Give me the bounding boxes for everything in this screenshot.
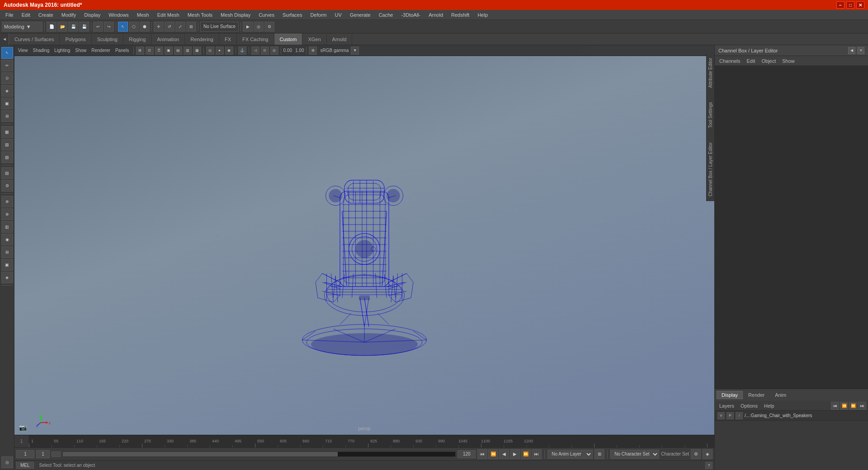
vp-shading-menu[interactable]: Shading bbox=[31, 47, 52, 55]
paint-select-btn[interactable]: ⬢ bbox=[140, 22, 150, 32]
place-tool[interactable]: ⊞ bbox=[1, 110, 13, 122]
menu-mesh-display[interactable]: Mesh Display bbox=[217, 11, 254, 19]
new-scene-btn[interactable]: 📄 bbox=[47, 22, 57, 32]
menu-cache[interactable]: Cache bbox=[375, 11, 397, 19]
shelf-tab-rigging[interactable]: Rigging bbox=[123, 33, 151, 45]
pb-skip-start[interactable]: ⏮ bbox=[477, 449, 487, 459]
vp-lighting-menu[interactable]: Lighting bbox=[52, 47, 72, 55]
vp-icon-8[interactable]: ◎ bbox=[206, 47, 214, 55]
layers-menu-layers[interactable]: Layers bbox=[717, 402, 737, 409]
shelf-tab-sculpting[interactable]: Sculpting bbox=[92, 33, 123, 45]
cb-show-menu[interactable]: Show bbox=[779, 57, 797, 65]
vp-show-menu[interactable]: Show bbox=[73, 47, 88, 55]
shelf-tab-arnold[interactable]: Arnold bbox=[327, 33, 353, 45]
char-set-dropdown[interactable]: No Character Set bbox=[610, 450, 659, 459]
anim-layer-btn[interactable]: ⊞ bbox=[594, 449, 604, 459]
menu-surfaces[interactable]: Surfaces bbox=[279, 11, 306, 19]
minimize-button[interactable]: − bbox=[836, 1, 844, 9]
menu-edit[interactable]: Edit bbox=[18, 11, 34, 19]
render-settings[interactable]: ⚙ bbox=[1, 180, 13, 192]
vp-icon-3[interactable]: ☰ bbox=[155, 47, 163, 55]
layers-menu-help[interactable]: Help bbox=[761, 402, 777, 409]
tab-render[interactable]: Render bbox=[743, 391, 769, 399]
vp-icon-5[interactable]: ▤ bbox=[174, 47, 182, 55]
layer-playback-btn[interactable]: P bbox=[726, 412, 734, 419]
render-btn[interactable]: ▶ bbox=[243, 22, 253, 32]
vp-renderer-menu[interactable]: Renderer bbox=[90, 47, 112, 55]
pb-step-back[interactable]: ⏪ bbox=[488, 449, 498, 459]
shelf-tab-fx-caching[interactable]: FX Caching bbox=[237, 33, 274, 45]
rp-expand-btn[interactable]: ◀ bbox=[848, 47, 855, 54]
snap-curve[interactable]: ▨ bbox=[1, 139, 13, 150]
layer-ctrl-3[interactable]: ⏩ bbox=[849, 402, 857, 410]
shelf-toggle[interactable]: ◀ bbox=[0, 33, 9, 45]
move-tool-btn[interactable]: ✛ bbox=[154, 22, 164, 32]
layer-ctrl-1[interactable]: ⏮ bbox=[831, 402, 839, 410]
menu-deform[interactable]: Deform bbox=[307, 11, 330, 19]
menu-create[interactable]: Create bbox=[35, 11, 57, 19]
shelf-tab-rendering[interactable]: Rendering bbox=[185, 33, 219, 45]
vp-view-menu[interactable]: View bbox=[16, 47, 30, 55]
vp-icon-11[interactable]: ⚓ bbox=[238, 47, 246, 55]
sculpt-tool[interactable]: ⊙ bbox=[1, 72, 13, 84]
undo-btn[interactable]: ↩ bbox=[93, 22, 103, 32]
cb-object-menu[interactable]: Object bbox=[759, 57, 778, 65]
render-settings-btn[interactable]: ⚙ bbox=[264, 22, 274, 32]
save-scene-btn[interactable]: 💾 bbox=[68, 22, 78, 32]
transform-tool-btn[interactable]: ⊞ bbox=[186, 22, 196, 32]
vp-icon-9[interactable]: ● bbox=[216, 47, 224, 55]
help-line-btn[interactable]: ? bbox=[705, 462, 712, 469]
close-button[interactable]: ✕ bbox=[856, 1, 864, 9]
vp-icon-6[interactable]: ▥ bbox=[184, 47, 192, 55]
layers-menu-options[interactable]: Options bbox=[738, 402, 760, 409]
menu-3dtoall[interactable]: -3DtoAll- bbox=[397, 11, 424, 19]
vp-icon-12[interactable]: ◁ bbox=[251, 47, 259, 55]
cb-channels-menu[interactable]: Channels bbox=[717, 57, 743, 65]
menu-mesh-tools[interactable]: Mesh Tools bbox=[184, 11, 216, 19]
select-tool-btn[interactable]: ↖ bbox=[118, 22, 128, 32]
tool-a[interactable]: ⊕ bbox=[1, 196, 13, 207]
workspace-dropdown[interactable]: Modeling ▼ bbox=[2, 22, 42, 32]
vp-icon-2[interactable]: ⊡ bbox=[146, 47, 154, 55]
vp-icon-1[interactable]: ⊞ bbox=[136, 47, 144, 55]
shape-tool[interactable]: ◈ bbox=[1, 85, 13, 97]
tool-f[interactable]: ▣ bbox=[1, 259, 13, 271]
menu-help[interactable]: Help bbox=[474, 11, 491, 19]
layer-ctrl-4[interactable]: ⏭ bbox=[858, 402, 866, 410]
select-tool[interactable]: ↖ bbox=[1, 47, 13, 59]
vp-gamma-dropdown[interactable]: ▼ bbox=[351, 47, 359, 55]
vp-icon-10[interactable]: ◉ bbox=[225, 47, 233, 55]
tool-b[interactable]: ⊗ bbox=[1, 208, 13, 220]
shelf-tab-polygons[interactable]: Polygons bbox=[60, 33, 91, 45]
tool-d[interactable]: ◉ bbox=[1, 234, 13, 245]
lasso-tool-btn[interactable]: ⬡ bbox=[129, 22, 139, 32]
no-live-surface-btn[interactable]: No Live Surface bbox=[200, 22, 239, 32]
range-slider[interactable] bbox=[62, 451, 456, 457]
menu-windows[interactable]: Windows bbox=[105, 11, 132, 19]
menu-mesh[interactable]: Mesh bbox=[133, 11, 153, 19]
vp-panels-menu[interactable]: Panels bbox=[113, 47, 131, 55]
menu-curves[interactable]: Curves bbox=[255, 11, 278, 19]
tab-display[interactable]: Display bbox=[717, 391, 743, 399]
tool-g[interactable]: ◈ bbox=[1, 272, 13, 283]
snap-grid[interactable]: ▦ bbox=[1, 126, 13, 138]
cb-edit-menu[interactable]: Edit bbox=[744, 57, 758, 65]
range-start-input[interactable] bbox=[16, 450, 34, 458]
char-set-extra-btn[interactable]: ◈ bbox=[703, 449, 712, 459]
menu-display[interactable]: Display bbox=[80, 11, 104, 19]
menu-modify[interactable]: Modify bbox=[58, 11, 80, 19]
menu-arnold[interactable]: Arnold bbox=[425, 11, 447, 19]
vp-icon-4[interactable]: ▣ bbox=[165, 47, 173, 55]
layer-ctrl-2[interactable]: ⏪ bbox=[840, 402, 848, 410]
save-as-btn[interactable]: 💾 bbox=[79, 22, 89, 32]
scale-tool-btn[interactable]: ⤢ bbox=[175, 22, 185, 32]
menu-uv[interactable]: UV bbox=[331, 11, 345, 19]
tab-anim[interactable]: Anim bbox=[770, 391, 791, 399]
menu-edit-mesh[interactable]: Edit Mesh bbox=[154, 11, 183, 19]
pb-skip-end[interactable]: ⏭ bbox=[532, 449, 542, 459]
attribute-editor-tab[interactable]: Attribute Editor bbox=[707, 56, 714, 89]
current-frame-input[interactable] bbox=[36, 450, 50, 458]
menu-file[interactable]: File bbox=[2, 11, 17, 19]
layer-visibility-btn[interactable]: V bbox=[717, 412, 725, 419]
paint-tool[interactable]: ✏ bbox=[1, 60, 13, 71]
